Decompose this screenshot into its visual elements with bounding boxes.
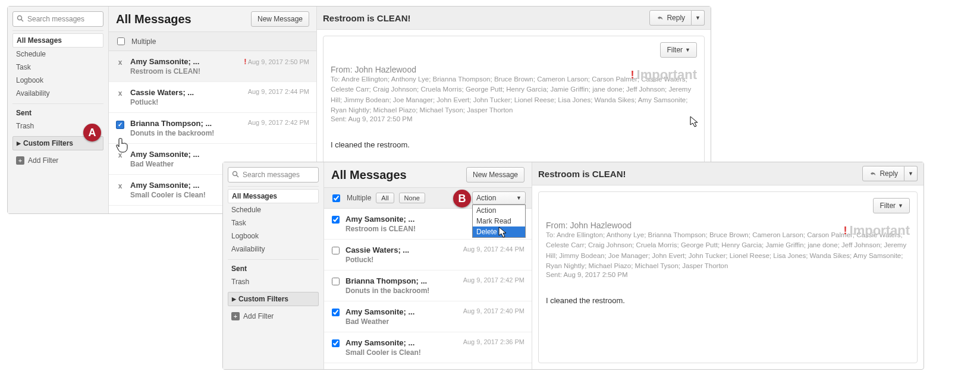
select-none-button[interactable]: None [399, 193, 425, 203]
reply-button[interactable]: Reply [649, 10, 692, 26]
row-body: Brianna Thompson; ... Donuts in the back… [345, 276, 457, 295]
row-checkbox[interactable] [331, 278, 340, 287]
message-body-text: I cleaned the restroom. [331, 140, 697, 149]
new-message-button[interactable]: New Message [251, 11, 309, 27]
row-subject: Small Cooler is Clean! [345, 348, 457, 357]
row-checkbox[interactable]: ✓ [116, 120, 124, 129]
action-menu-item-delete[interactable]: Delete [473, 226, 525, 237]
reply-label: Reply [667, 14, 685, 22]
row-dismiss-icon[interactable]: x [116, 58, 124, 67]
nav-availability[interactable]: Availability [228, 243, 319, 256]
row-subject: Potluck! [345, 256, 457, 264]
row-subject: Restroom is CLEAN! [130, 67, 238, 75]
row-checkbox[interactable] [331, 216, 340, 225]
row-dismiss-icon[interactable]: x [116, 182, 124, 190]
add-filter-button[interactable]: + Add Filter [228, 310, 319, 323]
nav-task[interactable]: Task [228, 216, 319, 229]
add-filter-label: Add Filter [243, 312, 274, 320]
action-menu-item[interactable]: Mark Read [473, 216, 525, 226]
important-stamp: !Important [631, 67, 697, 83]
filter-label: Filter [880, 202, 896, 210]
row-checkbox[interactable] [331, 247, 340, 256]
row-body: Cassie Waters; ... Potluck! [345, 246, 457, 264]
row-dismiss-icon[interactable]: x [116, 89, 124, 97]
message-row[interactable]: x Amy Samsonite; ... Restroom is CLEAN! … [109, 51, 316, 82]
search-box[interactable] [12, 11, 103, 27]
message-list-title: All Messages [116, 12, 191, 26]
sent-label: Sent: [546, 271, 562, 278]
sent-label: Sent: [331, 115, 347, 122]
reader-header: Restroom is CLEAN! Reply ▼ [317, 7, 711, 30]
message-row[interactable]: Brianna Thompson; ... Donuts in the back… [324, 270, 532, 301]
custom-filters-label: Custom Filters [23, 139, 73, 147]
multiple-bar: Multiple [109, 32, 316, 51]
message-row[interactable]: Amy Samsonite; ... Bad Weather Aug 9, 20… [324, 301, 532, 332]
reader-panel: Restroom is CLEAN! Reply ▼ Filter ▼ From… [532, 162, 924, 369]
nav-group-secondary: Sent Trash [228, 259, 319, 288]
row-checkbox[interactable] [331, 339, 340, 349]
search-input[interactable] [241, 170, 315, 180]
row-dismiss-icon[interactable]: x [116, 151, 124, 159]
message-row[interactable]: x Cassie Waters; ... Potluck! Aug 9, 201… [109, 82, 316, 113]
row-sender: Brianna Thompson; ... [130, 119, 242, 128]
triangle-right-icon: ▶ [17, 140, 21, 146]
nav-schedule[interactable]: Schedule [12, 48, 103, 61]
chevron-down-icon: ▼ [685, 47, 690, 53]
filter-button[interactable]: Filter ▼ [873, 198, 910, 213]
message-row[interactable]: Cassie Waters; ... Potluck! Aug 9, 2017 … [324, 240, 532, 270]
row-checkbox[interactable] [331, 309, 340, 318]
reply-arrow-icon [869, 171, 877, 177]
chevron-down-icon: ▼ [898, 203, 903, 209]
row-body: Amy Samsonite; ... Bad Weather [345, 307, 457, 326]
multiple-bar: Multiple All None Action ▼ Action Mark R… [324, 188, 532, 209]
row-meta: !Aug 9, 2017 2:50 PM [244, 57, 309, 66]
from-label: From: [546, 221, 568, 230]
nav-sent[interactable]: Sent [228, 262, 319, 275]
reply-button[interactable]: Reply [862, 166, 904, 181]
multiple-checkbox[interactable] [117, 37, 125, 45]
nav-all-messages[interactable]: All Messages [228, 189, 319, 203]
nav-schedule[interactable]: Schedule [228, 203, 319, 216]
checked-icon: ✓ [116, 121, 124, 129]
important-stamp: !Important [844, 223, 910, 238]
message-row[interactable]: ✓ Brianna Thompson; ... Donuts in the ba… [109, 113, 316, 144]
filter-button[interactable]: Filter ▼ [660, 42, 697, 58]
plus-icon: + [231, 312, 240, 320]
reply-dropdown-button[interactable]: ▼ [904, 166, 918, 181]
custom-filters-header[interactable]: ▶ Custom Filters [228, 292, 319, 306]
search-box[interactable] [228, 167, 319, 183]
message-row[interactable]: Amy Samsonite; ... Small Cooler is Clean… [324, 332, 532, 363]
badge-b: B [453, 190, 471, 207]
nav-logbook[interactable]: Logbook [12, 74, 103, 87]
nav-sent[interactable]: Sent [12, 106, 103, 119]
nav-task[interactable]: Task [12, 61, 103, 74]
nav-all-messages[interactable]: All Messages [12, 33, 103, 48]
message-list-header: All Messages New Message [324, 162, 532, 188]
action-menu-item[interactable]: Action [473, 205, 525, 216]
reply-arrow-icon [656, 15, 664, 21]
action-select[interactable]: Action ▼ [472, 191, 526, 204]
search-icon [232, 171, 239, 180]
nav-availability[interactable]: Availability [12, 87, 103, 100]
row-time: Aug 9, 2017 2:50 PM [248, 58, 309, 65]
search-input[interactable] [26, 14, 99, 24]
row-time: Aug 9, 2017 2:36 PM [463, 338, 524, 345]
row-sender: Amy Samsonite; ... [130, 150, 303, 159]
reader-subject: Restroom is CLEAN! [538, 169, 626, 179]
new-message-button[interactable]: New Message [466, 167, 524, 183]
sidebar: All Messages Schedule Task Logbook Avail… [8, 7, 109, 213]
svg-line-3 [237, 175, 239, 177]
from-value: John Hazlewood [570, 221, 632, 230]
nav-logbook[interactable]: Logbook [228, 229, 319, 243]
select-all-button[interactable]: All [376, 193, 394, 203]
app-panel-b: All Messages Schedule Task Logbook Avail… [222, 162, 924, 370]
reply-dropdown-button[interactable]: ▼ [692, 10, 705, 26]
custom-filters-label: Custom Filters [238, 295, 288, 303]
nav-trash[interactable]: Trash [228, 275, 319, 288]
to-label: To: [331, 75, 340, 83]
sent-value: Aug 9, 2017 2:50 PM [348, 115, 412, 122]
add-filter-button[interactable]: + Add Filter [12, 154, 103, 167]
multiple-checkbox[interactable] [332, 194, 340, 202]
multiple-label: Multiple [347, 194, 371, 202]
row-body: Brianna Thompson; ... Donuts in the back… [130, 119, 242, 137]
